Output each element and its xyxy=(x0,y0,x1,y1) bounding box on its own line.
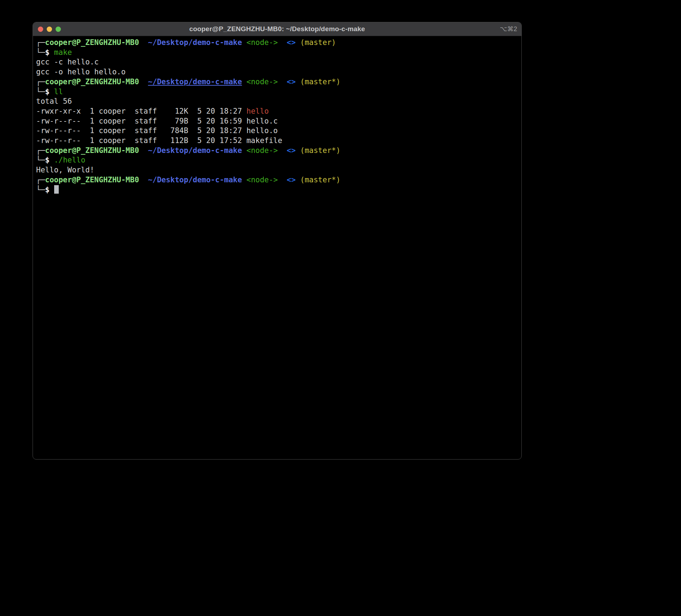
terminal-text-segment: -rw-r--r-- 1 cooper staff 79B 5 20 16:59… xyxy=(36,117,278,125)
terminal-text-segment: ~/Desktop/demo-c-make xyxy=(148,78,242,86)
traffic-lights xyxy=(38,22,61,36)
terminal-text-segment: (master*) xyxy=(300,146,340,155)
terminal-text-segment xyxy=(278,146,287,155)
terminal-text-segment: <> xyxy=(287,146,296,155)
terminal-text-segment: ll xyxy=(54,87,63,96)
terminal-text-segment: cooper@P_ZENGHZHU-MB0 xyxy=(45,176,139,184)
input-line-with-cursor: └─$ xyxy=(36,185,518,195)
listing-row-makefile: -rw-r--r-- 1 cooper staff 112B 5 20 17:5… xyxy=(36,136,518,146)
terminal-text-segment xyxy=(139,146,148,155)
terminal-text-segment xyxy=(296,38,300,47)
terminal-text-segment: total 56 xyxy=(36,97,72,105)
terminal-text-segment xyxy=(242,78,247,86)
terminal-text-segment: <> xyxy=(287,176,296,184)
window-shortcut-badge: ⌥⌘2 xyxy=(500,22,517,36)
terminal-text-segment: ./hello xyxy=(54,156,86,164)
terminal-text-segment: cooper@P_ZENGHZHU-MB0 xyxy=(45,146,139,155)
terminal-text-segment: ┌─ xyxy=(36,38,45,47)
terminal-text-segment: cooper@P_ZENGHZHU-MB0 xyxy=(45,78,139,86)
terminal-text-segment: <node-> xyxy=(246,146,278,155)
terminal-text-segment: -rw-r--r-- 1 cooper staff 112B 5 20 17:5… xyxy=(36,136,282,145)
terminal-text-segment: -rw-r--r-- 1 cooper staff 784B 5 20 18:2… xyxy=(36,126,278,135)
listing-row-hello-o: -rw-r--r-- 1 cooper staff 784B 5 20 18:2… xyxy=(36,126,518,136)
terminal-text-segment: $ xyxy=(45,186,50,194)
output-line-total: total 56 xyxy=(36,97,518,107)
terminal-text-segment: ┌─ xyxy=(36,146,45,155)
terminal-text-segment xyxy=(50,48,54,57)
prompt-line-4: ┌─cooper@P_ZENGHZHU-MB0 ~/Desktop/demo-c… xyxy=(36,175,518,185)
terminal-text-segment xyxy=(139,38,148,47)
terminal-text-segment: └─ xyxy=(36,156,45,164)
listing-row-hello: -rwxr-xr-x 1 cooper staff 12K 5 20 18:27… xyxy=(36,107,518,116)
terminal-text-segment xyxy=(242,146,247,155)
terminal-text-segment: $ xyxy=(45,87,50,96)
terminal-text-segment: hello xyxy=(246,107,269,115)
titlebar[interactable]: cooper@P_ZENGHZHU-MB0: ~/Desktop/demo-c-… xyxy=(33,22,521,36)
terminal-text-segment: <node-> xyxy=(246,78,278,86)
terminal-text-segment: └─ xyxy=(36,186,45,194)
listing-row-hello-c: -rw-r--r-- 1 cooper staff 79B 5 20 16:59… xyxy=(36,116,518,126)
terminal-text-segment: <> xyxy=(287,38,296,47)
terminal-text-segment xyxy=(50,87,54,96)
terminal-text-segment: ~/Desktop/demo-c-make xyxy=(148,176,242,184)
command-line-run-hello: └─$ ./hello xyxy=(36,155,518,165)
terminal-text-segment xyxy=(296,146,300,155)
terminal-text-segment: <node-> xyxy=(246,176,278,184)
terminal-text-segment: -rwxr-xr-x 1 cooper staff 12K 5 20 18:27 xyxy=(36,107,246,115)
terminal-text-segment: ~/Desktop/demo-c-make xyxy=(148,38,242,47)
terminal-text-segment: $ xyxy=(45,156,50,164)
terminal-text-segment: └─ xyxy=(36,48,45,57)
terminal-text-segment: $ xyxy=(45,48,50,57)
output-line-hello-world: Hello, World! xyxy=(36,165,518,175)
prompt-line-3: ┌─cooper@P_ZENGHZHU-MB0 ~/Desktop/demo-c… xyxy=(36,146,518,156)
output-line-gcc-compile: gcc -c hello.c xyxy=(36,57,518,67)
terminal-text-segment xyxy=(139,176,148,184)
terminal-text-segment xyxy=(139,78,148,86)
command-line-make: └─$ make xyxy=(36,48,518,58)
command-line-ll: └─$ ll xyxy=(36,87,518,97)
minimize-button[interactable] xyxy=(47,27,52,32)
terminal-text-segment xyxy=(50,156,54,164)
terminal-text-segment: (master) xyxy=(300,38,336,47)
output-line-gcc-link: gcc -o hello hello.o xyxy=(36,67,518,77)
terminal-text-segment: ┌─ xyxy=(36,78,45,86)
window-title: cooper@P_ZENGHZHU-MB0: ~/Desktop/demo-c-… xyxy=(33,25,521,33)
prompt-line-1: ┌─cooper@P_ZENGHZHU-MB0 ~/Desktop/demo-c… xyxy=(36,38,518,48)
terminal-text-segment: Hello, World! xyxy=(36,166,94,174)
terminal-text-segment: └─ xyxy=(36,87,45,96)
text-cursor xyxy=(54,185,59,194)
terminal-text-segment: cooper@P_ZENGHZHU-MB0 xyxy=(45,38,139,47)
terminal-text-segment: make xyxy=(54,48,72,57)
terminal-text-segment xyxy=(296,176,300,184)
terminal-text-segment: gcc -o hello hello.o xyxy=(36,68,126,76)
terminal-text-segment xyxy=(278,38,287,47)
prompt-line-2: ┌─cooper@P_ZENGHZHU-MB0 ~/Desktop/demo-c… xyxy=(36,77,518,87)
terminal-text-segment xyxy=(50,186,54,194)
close-button[interactable] xyxy=(38,27,43,32)
terminal-text-segment xyxy=(242,176,247,184)
zoom-button[interactable] xyxy=(56,27,61,32)
terminal-text-segment: <node-> xyxy=(246,38,278,47)
terminal-text-segment xyxy=(278,176,287,184)
terminal-text-segment: ~/Desktop/demo-c-make xyxy=(148,146,242,155)
terminal-text-segment: (master*) xyxy=(300,176,340,184)
terminal-text-segment: <> xyxy=(287,78,296,86)
terminal-text-segment: gcc -c hello.c xyxy=(36,58,99,66)
terminal-window: cooper@P_ZENGHZHU-MB0: ~/Desktop/demo-c-… xyxy=(33,22,522,460)
terminal-text-segment: ┌─ xyxy=(36,176,45,184)
terminal-text-segment: (master*) xyxy=(300,78,340,86)
terminal-text-segment xyxy=(278,78,287,86)
terminal-text-segment xyxy=(242,38,247,47)
desktop-background: cooper@P_ZENGHZHU-MB0: ~/Desktop/demo-c-… xyxy=(0,0,681,616)
terminal-screen[interactable]: ┌─cooper@P_ZENGHZHU-MB0 ~/Desktop/demo-c… xyxy=(33,36,521,196)
terminal-text-segment xyxy=(296,78,300,86)
